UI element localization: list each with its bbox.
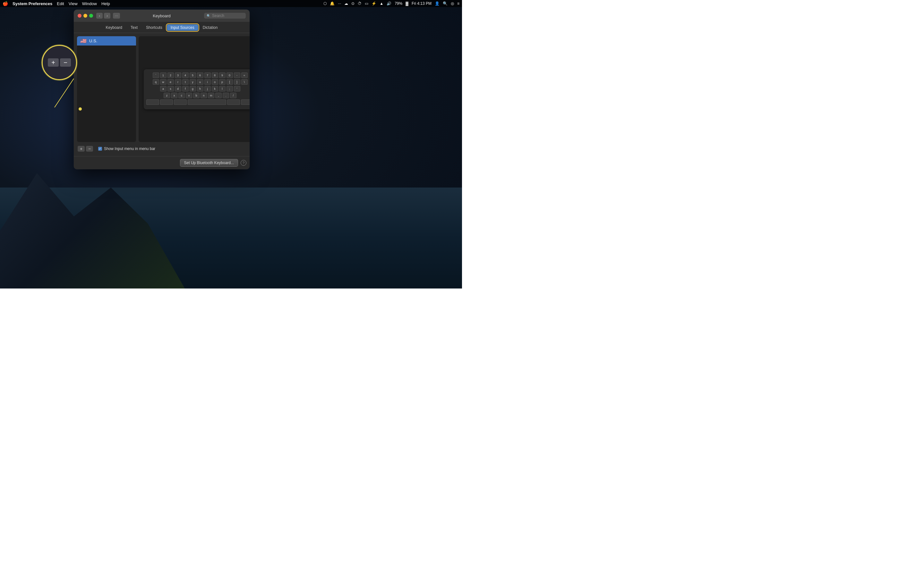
key-row-2: a s d f g h j k l ; ' [146,86,250,92]
key-l: l [219,86,226,92]
key-z: z [164,93,170,98]
back-button[interactable]: ‹ [96,13,103,19]
key-9: 9 [219,73,226,78]
key-5: 5 [190,73,196,78]
key-alt [174,99,187,105]
key-h: h [197,86,204,92]
zoom-callout: + − [42,45,77,80]
battery-icon: ▓ [405,1,409,6]
callout-dot [79,107,82,111]
key-space [188,99,226,105]
maximize-button[interactable] [89,14,93,18]
key-8: 8 [212,73,218,78]
help-menu[interactable]: Help [102,1,110,6]
tab-input-sources[interactable]: Input Sources [167,24,198,31]
key-row-0: ` 1 2 3 4 5 6 7 8 9 0 - = [146,73,250,78]
view-menu[interactable]: View [69,1,78,6]
key-row-4 [146,99,250,105]
keyboard-visual: ` 1 2 3 4 5 6 7 8 9 0 - = [144,69,250,109]
main-area: 🇺🇸 U.S. ` 1 2 3 4 5 6 [77,36,246,142]
window-menu[interactable]: Window [82,1,97,6]
key-t: t [182,79,189,85]
menubar-left: 🍎 System Preferences Edit View Window He… [3,1,110,6]
key-3: 3 [175,73,181,78]
key-f: f [182,86,189,92]
search-bar[interactable]: 🔍 Search [204,13,246,19]
titlebar: ‹ › ⋯ Keyboard 🔍 Search [74,10,250,22]
dropbox-icon: ⬡ [323,1,326,6]
key-b: b [193,93,200,98]
notification-icon: 🔔 [330,1,334,6]
key-0: 0 [226,73,233,78]
grid-button[interactable]: ⋯ [113,13,120,19]
cloud-upload-icon: ☁ [344,1,348,6]
key-p: p [219,79,226,85]
key-fn [146,99,159,105]
menubar-right: ⬡ 🔔 ··· ☁ ⊙ ⏱ ▭ ⚡ ▲ 🔊 79% ▓ Fri 4:13 PM … [323,1,459,6]
menubar-time: Fri 4:13 PM [412,1,431,6]
keyboard-preferences-window: ‹ › ⋯ Keyboard 🔍 Search Keyboard Text Sh… [74,10,250,169]
menubar: 🍎 System Preferences Edit View Window He… [0,0,462,7]
zoom-plus-button: + [48,58,59,67]
zoom-circle: + − [42,45,77,80]
key-u: u [197,79,204,85]
siri-icon[interactable]: ◎ [451,1,454,6]
search-menubar-icon[interactable]: 🔍 [443,1,447,6]
show-menu-checkbox-group: ✓ Show Input menu in menu bar [98,147,155,151]
show-menu-checkbox[interactable]: ✓ [98,147,102,151]
forward-button[interactable]: › [104,13,110,19]
key-x: x [171,93,178,98]
edit-menu[interactable]: Edit [57,1,64,6]
time-machine-icon: ⏱ [358,1,362,6]
search-input[interactable]: Search [212,13,224,18]
screen-record-icon: ⊙ [351,1,355,6]
key-rbracket: ] [234,79,240,85]
bottom-bar: + − ✓ Show Input menu in menu bar [77,145,246,153]
key-a: a [160,86,166,92]
control-center-icon[interactable]: ≡ [457,1,459,6]
input-sources-list: 🇺🇸 U.S. [77,36,136,142]
key-comma: , [215,93,222,98]
key-equals: = [241,73,248,78]
key-cmd [227,99,240,105]
setup-bluetooth-keyboard-button[interactable]: Set Up Bluetooth Keyboard... [180,159,238,167]
remove-source-button[interactable]: − [86,146,93,152]
tab-dictation[interactable]: Dictation [199,24,222,31]
add-source-button[interactable]: + [78,146,85,152]
sound-icon: 🔊 [387,1,391,6]
key-dash: - [234,73,240,78]
key-k: k [212,86,218,92]
dots-icon: ··· [338,1,341,6]
show-menu-label: Show Input menu in menu bar [104,147,155,151]
tab-text[interactable]: Text [127,24,142,31]
search-icon: 🔍 [207,14,210,18]
key-slash: / [230,93,236,98]
key-lbracket: [ [226,79,233,85]
desktop: 🍎 System Preferences Edit View Window He… [0,0,462,288]
bluetooth-icon: ⚡ [372,1,376,6]
key-g: g [190,86,196,92]
minimize-button[interactable] [83,14,87,18]
keyboard-preview-panel: ` 1 2 3 4 5 6 7 8 9 0 - = [139,36,250,142]
key-4: 4 [182,73,189,78]
key-row-1: q w e r t y u i o p [ ] \ [146,79,250,85]
key-backslash: \ [241,79,248,85]
app-name[interactable]: System Preferences [13,1,52,6]
tab-keyboard[interactable]: Keyboard [102,24,126,31]
key-y: y [190,79,196,85]
footer: Set Up Bluetooth Keyboard... ? [74,156,250,169]
tab-shortcuts[interactable]: Shortcuts [142,24,166,31]
key-i: i [204,79,211,85]
key-period: . [223,93,229,98]
us-flag-icon: 🇺🇸 [80,38,87,44]
checkmark-icon: ✓ [99,147,102,150]
source-item-us[interactable]: 🇺🇸 U.S. [77,36,136,45]
key-ctrl [160,99,173,105]
key-d: d [175,86,181,92]
help-button[interactable]: ? [241,160,246,166]
key-w: w [160,79,166,85]
apple-menu[interactable]: 🍎 [3,1,8,6]
battery-text: 79% [395,1,402,6]
key-v: v [186,93,192,98]
close-button[interactable] [78,14,81,18]
